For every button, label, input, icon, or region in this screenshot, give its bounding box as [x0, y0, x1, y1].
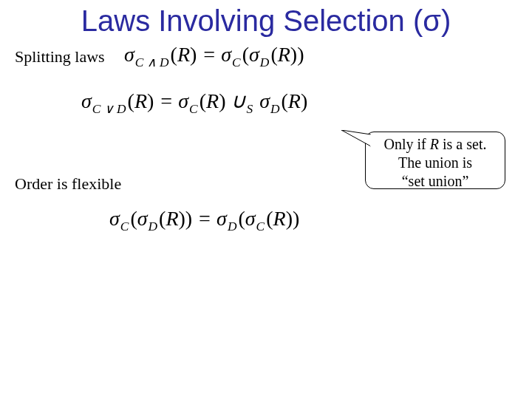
order-flexible-label: Order is flexible — [15, 174, 121, 194]
callout-line-3: “set union” — [366, 172, 505, 191]
equation-3: σC(σD(R)) = σD(σC(R)) — [109, 207, 299, 231]
slide: Laws Involving Selection (σ) Splitting l… — [0, 0, 532, 399]
splitting-laws-label: Splitting laws — [15, 47, 105, 66]
equation-1: σC ∧ D(R) = σC(σD(R)) — [124, 43, 304, 66]
slide-title: Laws Involving Selection (σ) — [0, 4, 532, 38]
callout-line-1: Only if R is a set. — [366, 135, 505, 154]
callout-line-2: The union is — [366, 154, 505, 172]
callout-box: Only if R is a set. The union is “set un… — [365, 132, 505, 189]
equation-2: σC ∨ D(R) = σC(R) ∪S σD(R) — [81, 89, 307, 113]
